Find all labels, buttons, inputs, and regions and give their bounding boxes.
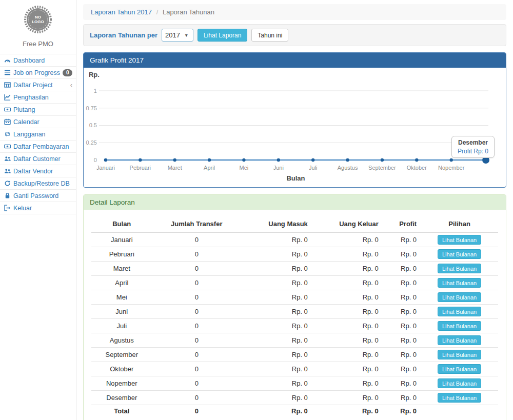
sidebar-item-keluar[interactable]: Keluar (0, 202, 76, 214)
table-row: Juni0Rp. 0Rp. 0Rp. 0Lihat Bulanan (91, 305, 498, 319)
table-cell: Rp. 0 (241, 362, 312, 376)
sidebar-item-label: Daftar Customer (13, 155, 61, 163)
table-cell: Rp. 0 (241, 262, 312, 276)
sidebar-item-label: Daftar Vendor (13, 168, 53, 175)
svg-text:Bulan: Bulan (286, 174, 305, 182)
tahun-ini-button[interactable]: Tahun ini (251, 29, 288, 42)
sidebar-item-label: Job on Progress (13, 69, 60, 76)
sidebar-item-label: Langganan (13, 131, 46, 138)
sidebar-item-daftar-vendor[interactable]: Daftar Vendor (0, 165, 76, 177)
sidebar-item-label: Piutang (13, 106, 35, 113)
lihat-bulanan-button[interactable]: Lihat Bulanan (438, 249, 481, 259)
table-cell: Rp. 0 (241, 247, 312, 262)
lihat-bulanan-button[interactable]: Lihat Bulanan (438, 350, 481, 359)
detail-panel-title: Detail Laporan (84, 195, 506, 210)
table-cell: Rp. 0 (383, 391, 421, 405)
sidebar-item-penghasilan[interactable]: Penghasilan (0, 91, 76, 103)
sidebar-item-daftar-project[interactable]: Daftar Project‹ (0, 78, 76, 91)
table-row: Nopember0Rp. 0Rp. 0Rp. 0Lihat Bulanan (91, 376, 498, 391)
table-action-cell: Lihat Bulanan (421, 262, 498, 276)
lihat-laporan-button[interactable]: Lihat Laporan (198, 29, 247, 42)
lock-icon (4, 192, 11, 199)
table-cell: Rp. 0 (383, 232, 421, 247)
table-cell: Rp. 0 (383, 305, 421, 319)
table-cell: 0 (152, 262, 241, 276)
table-cell: Rp. 0 (312, 276, 383, 290)
sidebar-item-daftar-pembayaran[interactable]: Daftar Pembayaran (0, 140, 76, 152)
lihat-bulanan-button[interactable]: Lihat Bulanan (438, 335, 481, 345)
table-cell: Rp. 0 (312, 362, 383, 376)
table-cell: Rp. 0 (383, 376, 421, 391)
table-row: Pebruari0Rp. 0Rp. 0Rp. 0Lihat Bulanan (91, 247, 498, 262)
breadcrumb-link[interactable]: Laporan Tahun 2017 (91, 8, 152, 16)
column-header: Pilihan (421, 217, 498, 232)
svg-text:Agustus: Agustus (338, 165, 358, 171)
svg-text:April: April (204, 165, 215, 171)
table-cell: Rp. 0 (312, 376, 383, 391)
table-cell: Rp. 0 (312, 247, 383, 262)
breadcrumb-separator: / (156, 8, 159, 16)
table-cell: Desember (91, 391, 152, 405)
sidebar-item-piutang[interactable]: Piutang (0, 103, 76, 115)
table-cell: Rp. 0 (312, 262, 383, 276)
table-cell: Rp. 0 (312, 232, 383, 247)
money-icon (4, 143, 11, 150)
profit-line-chart[interactable]: Rp.00.250.50.751JanuariPebruariMaretApri… (84, 68, 506, 187)
table-cell: September (91, 348, 152, 362)
table-cell: Rp. 0 (383, 262, 421, 276)
svg-text:Juli: Juli (309, 165, 317, 171)
sidebar-item-langganan[interactable]: Langganan (0, 128, 76, 140)
table-cell: 0 (152, 376, 241, 391)
table-cell: Rp. 0 (383, 319, 421, 333)
svg-text:Januari: Januari (96, 165, 115, 171)
table-cell: Rp. 0 (241, 333, 312, 348)
svg-text:Rp.: Rp. (89, 71, 100, 78)
table-action-cell: Lihat Bulanan (421, 376, 498, 391)
report-table: BulanJumlah TransferUang MasukUang Kelua… (91, 217, 498, 417)
lihat-bulanan-button[interactable]: Lihat Bulanan (438, 307, 481, 316)
chart-tooltip-value: Profit Rp: 0 (458, 148, 488, 155)
table-row: Agustus0Rp. 0Rp. 0Rp. 0Lihat Bulanan (91, 333, 498, 348)
sidebar-item-label: Keluar (13, 205, 32, 212)
year-select-value: 2017 (165, 31, 180, 39)
chart-tooltip: Desember Profit Rp: 0 (451, 136, 495, 158)
column-header: Uang Masuk (241, 217, 312, 232)
table-cell: 0 (152, 305, 241, 319)
table-cell: Rp. 0 (241, 276, 312, 290)
brand[interactable]: NO LOGO Free PMO (0, 0, 76, 54)
table-cell: Rp. 0 (312, 333, 383, 348)
lihat-bulanan-button[interactable]: Lihat Bulanan (438, 364, 481, 374)
table-cell: Rp. 0 (383, 348, 421, 362)
year-select[interactable]: 2017 ▾ (162, 29, 193, 42)
count-badge: 0 (63, 69, 72, 76)
table-action-cell: Lihat Bulanan (421, 319, 498, 333)
table-cell: Juni (91, 305, 152, 319)
table-cell: Rp. 0 (383, 333, 421, 348)
lihat-bulanan-button[interactable]: Lihat Bulanan (438, 264, 481, 273)
toolbar-label: Laporan Tahunan per (90, 31, 157, 39)
table-row: Maret0Rp. 0Rp. 0Rp. 0Lihat Bulanan (91, 262, 498, 276)
sidebar-item-label: Backup/Restore DB (13, 180, 70, 187)
table-cell: Oktober (91, 362, 152, 376)
sidebar-item-calendar[interactable]: Calendar (0, 115, 76, 128)
lihat-bulanan-button[interactable]: Lihat Bulanan (438, 393, 481, 403)
profit-chart[interactable]: Rp.00.250.50.751JanuariPebruariMaretApri… (84, 68, 506, 187)
sidebar-item-daftar-customer[interactable]: Daftar Customer (0, 152, 76, 165)
svg-text:0.25: 0.25 (86, 139, 97, 146)
sidebar-item-backup-restore-db[interactable]: Backup/Restore DB (0, 177, 76, 189)
lihat-bulanan-button[interactable]: Lihat Bulanan (438, 235, 481, 245)
table-total-row: Total0Rp. 0Rp. 0Rp. 0 (91, 405, 498, 417)
lihat-bulanan-button[interactable]: Lihat Bulanan (438, 292, 481, 302)
sidebar: NO LOGO Free PMO DashboardJob on Progres… (0, 0, 76, 420)
table-cell: 0 (152, 405, 241, 417)
sidebar-item-ganti-password[interactable]: Ganti Password (0, 189, 76, 202)
lihat-bulanan-button[interactable]: Lihat Bulanan (438, 321, 481, 331)
lihat-bulanan-button[interactable]: Lihat Bulanan (438, 378, 481, 388)
sidebar-item-job-on-progress[interactable]: Job on Progress0 (0, 66, 76, 78)
svg-text:0: 0 (94, 157, 97, 163)
svg-text:NO: NO (35, 15, 41, 19)
table-cell: Pebruari (91, 247, 152, 262)
sidebar-item-dashboard[interactable]: Dashboard (0, 54, 76, 66)
lihat-bulanan-button[interactable]: Lihat Bulanan (438, 278, 481, 288)
table-cell: Rp. 0 (383, 290, 421, 305)
